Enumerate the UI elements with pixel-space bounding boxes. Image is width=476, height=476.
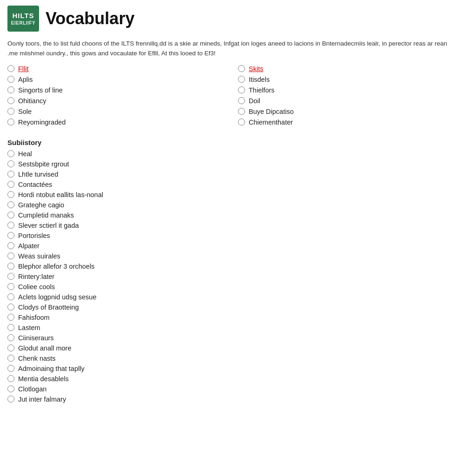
column-1: FllitAplisSingorts of lineOhitiancySoleR… (7, 65, 238, 129)
radio-input[interactable] (7, 252, 14, 259)
header: HILTS EIERLIIFY Vocabulary (0, 0, 476, 36)
list-item[interactable]: Cumpletid manaks (7, 212, 469, 219)
list-item[interactable]: Glodut anall more (7, 344, 469, 352)
radio-input[interactable] (7, 150, 14, 157)
radio-input[interactable] (7, 334, 14, 341)
radio-input[interactable] (7, 375, 14, 382)
radio-input[interactable] (7, 324, 14, 331)
radio-input[interactable] (7, 365, 14, 372)
radio-input[interactable] (238, 119, 245, 126)
item-label: Slever sctierl it gada (18, 222, 79, 229)
subsection-title: Subiistory (7, 139, 469, 146)
list-item[interactable]: Hordi ntobut eallits las-nonal (7, 191, 469, 198)
radio-input[interactable] (7, 232, 14, 239)
radio-input[interactable] (7, 222, 14, 229)
radio-input[interactable] (238, 108, 245, 115)
radio-input[interactable] (7, 119, 14, 126)
radio-input[interactable] (7, 396, 14, 403)
item-label: Fahisfoom (18, 314, 50, 321)
list-item[interactable]: Fllit (7, 65, 238, 73)
item-label: Buye Dipcatiso (249, 108, 294, 115)
radio-input[interactable] (238, 97, 245, 104)
list-item[interactable]: Lastem (7, 324, 469, 331)
list-item[interactable]: Fahisfoom (7, 314, 469, 321)
list-item[interactable]: Itisdels (238, 76, 469, 83)
list-item[interactable]: Ohitiancy (7, 97, 238, 105)
item-label: Cumpletid manaks (18, 212, 74, 219)
item-label: Lastem (18, 324, 40, 331)
radio-input[interactable] (7, 86, 14, 93)
item-label: Aclets logpnid udsg sesue (18, 293, 96, 301)
list-item[interactable]: Doil (238, 97, 469, 105)
radio-input[interactable] (7, 65, 14, 72)
list-item[interactable]: Thielfors (238, 86, 469, 94)
radio-input[interactable] (7, 191, 14, 198)
item-label: Blephor allefor 3 orchoels (18, 263, 94, 270)
radio-input[interactable] (7, 293, 14, 300)
radio-input[interactable] (238, 76, 245, 83)
radio-input[interactable] (7, 108, 14, 115)
radio-input[interactable] (7, 304, 14, 311)
radio-input[interactable] (7, 171, 14, 178)
list-item[interactable]: Chiementhater (238, 119, 469, 126)
list-item[interactable]: Jut inter falmary (7, 396, 469, 403)
radio-input[interactable] (7, 97, 14, 104)
radio-input[interactable] (7, 344, 14, 351)
list-item[interactable]: Portorisles (7, 232, 469, 239)
list-item[interactable]: Clotlogan (7, 385, 469, 393)
list-item[interactable]: Coliee cools (7, 283, 469, 291)
logo-bottom-text: EIERLIIFY (11, 20, 35, 26)
list-item[interactable]: Grateghe cagio (7, 201, 469, 209)
list-item[interactable]: Lhtle turvised (7, 171, 469, 178)
radio-input[interactable] (7, 212, 14, 218)
list-item[interactable]: Weas suirales (7, 252, 469, 260)
item-label: Ciiniseraurs (18, 334, 54, 342)
list-item[interactable]: Slever sctierl it gada (7, 222, 469, 229)
item-label: Clotlogan (18, 385, 46, 393)
radio-input[interactable] (7, 355, 14, 362)
list-item[interactable]: Skits (238, 65, 469, 73)
list-item[interactable]: Contactées (7, 181, 469, 188)
item-label: Weas suirales (18, 252, 60, 260)
radio-input[interactable] (7, 160, 14, 167)
list-item[interactable]: Singorts of line (7, 86, 238, 94)
item-label: Thielfors (249, 86, 275, 94)
list-item[interactable]: Clodys of Braotteing (7, 304, 469, 311)
radio-input[interactable] (7, 76, 14, 83)
list-item[interactable]: Chenk nasts (7, 355, 469, 362)
radio-input[interactable] (7, 314, 14, 321)
list-item[interactable]: Admoinaing that taplly (7, 365, 469, 372)
radio-input[interactable] (7, 385, 14, 392)
list-item[interactable]: Ciiniseraurs (7, 334, 469, 342)
list-item[interactable]: Blephor allefor 3 orchoels (7, 263, 469, 270)
item-link[interactable]: Fllit (18, 65, 29, 73)
radio-input[interactable] (7, 201, 14, 208)
radio-input[interactable] (238, 86, 245, 93)
list-item[interactable]: Sole (7, 108, 238, 115)
list-item[interactable]: Heal (7, 150, 469, 158)
list-item[interactable]: Buye Dipcatiso (238, 108, 469, 115)
list-item[interactable]: Aplis (7, 76, 238, 83)
radio-input[interactable] (7, 283, 14, 290)
item-label: Admoinaing that taplly (18, 365, 85, 372)
page-title: Vocabulary (46, 9, 134, 28)
item-link[interactable]: Skits (249, 65, 263, 73)
item-label: Aplis (18, 76, 33, 83)
item-label: Sole (18, 108, 32, 115)
item-label: Chenk nasts (18, 355, 56, 362)
list-item[interactable]: Aclets logpnid udsg sesue (7, 293, 469, 301)
item-label: Coliee cools (18, 283, 55, 291)
radio-input[interactable] (7, 273, 14, 280)
radio-input[interactable] (7, 263, 14, 270)
list-item[interactable]: Mentia desablels (7, 375, 469, 383)
list-item[interactable]: Alpater (7, 242, 469, 250)
item-label: Clodys of Braotteing (18, 304, 79, 311)
item-label: Grateghe cagio (18, 201, 64, 209)
radio-input[interactable] (7, 181, 14, 188)
list-item[interactable]: Reyomingraded (7, 119, 238, 126)
radio-input[interactable] (7, 242, 14, 249)
list-item[interactable]: Sestsbpite rgrout (7, 160, 469, 168)
two-col-radio-section: FllitAplisSingorts of lineOhitiancySoleR… (0, 65, 476, 129)
radio-input[interactable] (238, 65, 245, 72)
list-item[interactable]: Rintery:later (7, 273, 469, 280)
